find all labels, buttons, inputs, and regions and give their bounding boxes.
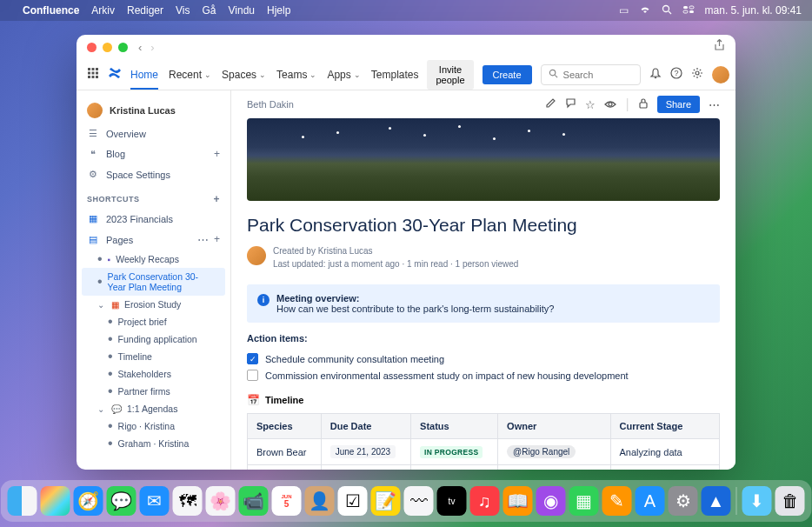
- window-minimize-button[interactable]: [103, 43, 112, 52]
- dock-atlassian[interactable]: ▲: [702, 486, 731, 516]
- battery-icon[interactable]: ▭: [619, 4, 629, 17]
- cell-due: June 21, 2023: [321, 439, 410, 465]
- checkbox-unchecked[interactable]: [247, 370, 258, 381]
- create-button[interactable]: Create: [483, 65, 532, 84]
- nav-apps[interactable]: Apps⌄: [327, 69, 360, 81]
- tree-partner-firms[interactable]: •Partner firms: [77, 383, 230, 400]
- table-row: Salmon June 26, 2023 DELAYED @Graham McB…: [248, 465, 720, 470]
- sidebar-blog[interactable]: ❝ Blog +: [77, 143, 230, 164]
- window-close-button[interactable]: [87, 43, 97, 52]
- dock-music[interactable]: ♫: [470, 486, 500, 516]
- nav-templates[interactable]: Templates: [371, 69, 419, 81]
- menubar-clock[interactable]: man. 5. jun. kl. 09:41: [705, 4, 802, 17]
- svg-line-1: [669, 11, 671, 14]
- dock-settings[interactable]: ⚙: [669, 486, 698, 516]
- tree-stakeholders[interactable]: •Stakeholders: [77, 365, 230, 383]
- sidebar-space-settings[interactable]: ⚙ Space Settings: [77, 164, 230, 184]
- restrictions-icon[interactable]: [638, 97, 649, 111]
- dock-mail[interactable]: ✉: [140, 486, 170, 516]
- dock-downloads[interactable]: ⬇: [742, 486, 772, 516]
- dock-maps[interactable]: 🗺: [173, 486, 203, 516]
- sidebar-shortcut-financials[interactable]: ▦ 2023 Financials: [77, 209, 230, 229]
- author-avatar[interactable]: [247, 246, 266, 265]
- dock-books[interactable]: 📖: [503, 486, 533, 516]
- dock-numbers[interactable]: ▦: [569, 486, 599, 516]
- menubar-app-name[interactable]: Confluence: [23, 4, 79, 17]
- dock-trash[interactable]: 🗑: [775, 486, 805, 516]
- notifications-icon[interactable]: [649, 67, 662, 82]
- dock-finder[interactable]: [8, 486, 37, 516]
- svg-point-0: [662, 5, 669, 11]
- sidebar-space-name[interactable]: Kristina Lucas: [77, 97, 230, 123]
- add-page-icon[interactable]: +: [214, 233, 220, 246]
- dock-launchpad[interactable]: [41, 486, 70, 516]
- menubar-vindu[interactable]: Vindu: [229, 4, 255, 17]
- cell-species: Salmon: [248, 465, 322, 470]
- nav-spaces[interactable]: Spaces⌄: [222, 69, 266, 81]
- dock-photos[interactable]: 🌸: [206, 486, 236, 516]
- tree-park-conservation[interactable]: •Park Conservation 30-Year Plan Meeting: [82, 268, 225, 296]
- menubar-hjelp[interactable]: Hjelp: [267, 4, 290, 17]
- watch-icon[interactable]: [604, 98, 616, 111]
- dock-reminders[interactable]: ☑: [338, 486, 368, 516]
- svg-point-19: [696, 71, 699, 75]
- user-mention[interactable]: @Rigo Rangel: [507, 445, 576, 458]
- dock-pages[interactable]: ✎: [602, 486, 632, 516]
- breadcrumb[interactable]: Beth Dakin: [247, 99, 294, 110]
- tree-agendas[interactable]: ⌄💬1:1 Agendas: [77, 400, 230, 417]
- control-center-icon[interactable]: [682, 4, 695, 17]
- tree-graham[interactable]: •Graham · Kristina: [77, 435, 230, 452]
- confluence-logo-icon[interactable]: [108, 66, 122, 83]
- invite-people-button[interactable]: Invite people: [427, 60, 473, 90]
- dock-contacts[interactable]: 👤: [305, 486, 335, 516]
- add-blog-icon[interactable]: +: [214, 148, 220, 160]
- dock-notes[interactable]: 📝: [371, 486, 401, 516]
- chevron-down-icon: ⌄: [354, 70, 361, 79]
- tree-weekly-recaps[interactable]: •▪Weekly Recaps: [77, 250, 230, 268]
- dock-messages[interactable]: 💬: [107, 486, 136, 516]
- profile-avatar[interactable]: [712, 66, 729, 83]
- nav-home[interactable]: Home: [130, 69, 158, 90]
- tree-project-brief[interactable]: •Project brief: [77, 313, 230, 330]
- nav-back-icon[interactable]: ‹: [138, 41, 142, 54]
- add-shortcut-icon[interactable]: +: [213, 193, 220, 205]
- nav-recent[interactable]: Recent⌄: [169, 69, 211, 81]
- dock-facetime[interactable]: 📹: [239, 486, 269, 516]
- nav-teams[interactable]: Teams⌄: [276, 69, 316, 81]
- tree-funding[interactable]: •Funding application: [77, 330, 230, 348]
- share-button[interactable]: Share: [657, 96, 700, 113]
- author-link[interactable]: Kristina Lucas: [318, 246, 373, 256]
- dock-freeform[interactable]: 〰: [404, 486, 434, 516]
- app-switcher-icon[interactable]: [87, 67, 99, 82]
- spotlight-icon[interactable]: [662, 4, 672, 17]
- comment-icon[interactable]: [565, 97, 576, 111]
- dock-calendar[interactable]: JUN5: [272, 486, 302, 516]
- search-box[interactable]: [541, 64, 641, 85]
- more-actions-icon[interactable]: ⋯: [709, 98, 720, 111]
- search-input[interactable]: [563, 70, 633, 80]
- star-icon[interactable]: ☆: [585, 98, 596, 111]
- edit-icon[interactable]: [545, 97, 556, 111]
- checkbox-checked[interactable]: ✓: [247, 353, 258, 364]
- titlebar-share-icon[interactable]: [714, 39, 725, 55]
- tree-erosion-study[interactable]: ⌄▦Erosion Study: [77, 296, 230, 313]
- settings-gear-icon[interactable]: [691, 67, 703, 82]
- menubar-vis[interactable]: Vis: [176, 4, 190, 17]
- tree-timeline[interactable]: •Timeline: [77, 348, 230, 365]
- sidebar-pages-header[interactable]: ▤ Pages ⋯ +: [77, 229, 230, 250]
- dock-podcasts[interactable]: ◉: [536, 486, 566, 516]
- pages-more-icon[interactable]: ⋯: [197, 233, 209, 246]
- nav-forward-icon[interactable]: ›: [150, 41, 154, 54]
- menubar-arkiv[interactable]: Arkiv: [91, 4, 115, 17]
- menubar-ga[interactable]: Gå: [203, 4, 216, 17]
- svg-rect-21: [640, 103, 647, 108]
- dock-appstore[interactable]: A: [636, 486, 665, 516]
- tree-rigo[interactable]: •Rigo · Kristina: [77, 417, 230, 435]
- window-zoom-button[interactable]: [118, 43, 128, 52]
- wifi-icon[interactable]: [639, 4, 651, 17]
- help-icon[interactable]: ?: [670, 67, 682, 82]
- dock-safari[interactable]: 🧭: [74, 486, 103, 516]
- sidebar-overview[interactable]: ☰ Overview: [77, 123, 230, 143]
- dock-tv[interactable]: tv: [437, 486, 467, 516]
- menubar-rediger[interactable]: Rediger: [127, 4, 163, 17]
